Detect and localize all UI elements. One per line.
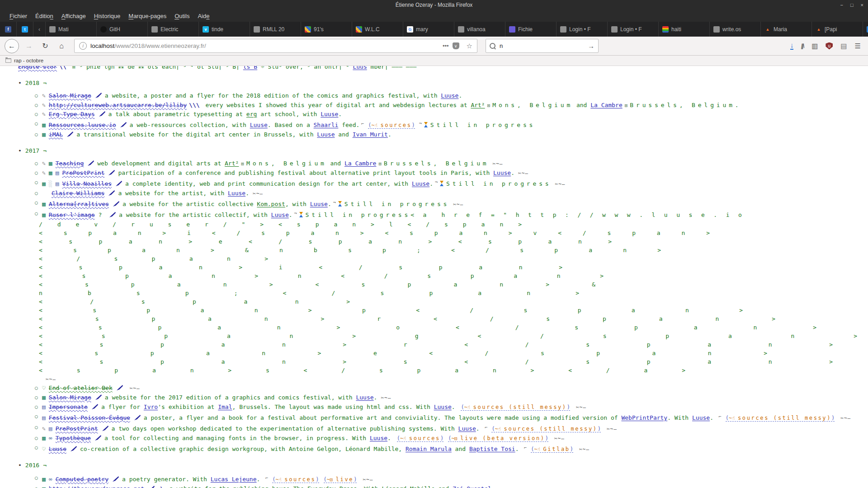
search-bar[interactable]: → — [486, 39, 599, 53]
tab[interactable]: GitH — [97, 22, 148, 37]
project-link[interactable]: Erg Type Days — [49, 111, 95, 117]
project-link[interactable]: Villa Noailles — [62, 180, 112, 187]
tab[interactable]: Login • F — [557, 22, 608, 37]
tab[interactable]: RMLL 20 — [250, 22, 301, 37]
badge[interactable]: (~⊡ live (beta version)) — [448, 435, 548, 442]
link[interactable]: Luuse — [317, 131, 335, 138]
project-link[interactable]: Ressources.luuse.io — [49, 122, 116, 128]
link[interactable]: Luuse — [370, 435, 387, 441]
link[interactable]: Luuse — [310, 201, 328, 207]
link[interactable]: Luuse — [228, 190, 245, 197]
link[interactable]: Zoé Quentel — [453, 485, 491, 488]
tab[interactable]: vtinde — [199, 22, 250, 37]
project-link[interactable]: Typothèque — [56, 435, 91, 441]
bookmark-folder[interactable]: rap - octobre — [14, 58, 43, 63]
menu-item-historique[interactable]: Historique — [94, 13, 121, 19]
tab[interactable]: Mati — [46, 22, 97, 37]
back-button[interactable]: ← — [5, 39, 19, 53]
project-link[interactable]: Teaching — [56, 160, 84, 167]
link[interactable]: Lucas Lejeune — [211, 476, 257, 483]
project-link[interactable]: http://theeverydaypress.net — [49, 485, 144, 488]
link[interactable]: ts B — [243, 66, 257, 70]
tab[interactable]: Gmary — [403, 22, 454, 37]
link[interactable]: Art² — [471, 102, 485, 108]
link[interactable]: La Cambre — [590, 102, 622, 108]
tab[interactable]: villanoa — [454, 22, 505, 37]
project-link[interactable]: PrePostPrint — [62, 169, 104, 176]
sidebar-icon[interactable]: ▥ — [811, 42, 818, 50]
badge[interactable]: (~☝ sources (still messy)) — [461, 404, 570, 411]
library-icon[interactable]: |||\ — [801, 42, 804, 49]
link[interactable]: Luuse — [412, 180, 429, 187]
tab[interactable]: ▲Maria — [761, 22, 812, 37]
badge[interactable]: (~☝ sources) — [272, 476, 319, 483]
project-link[interactable]: End of atelier Bek — [49, 385, 113, 391]
hamburger-menu-icon[interactable]: ☰ — [855, 42, 861, 50]
project-link[interactable]: Ruser l'image — [49, 211, 95, 218]
page-actions-icon[interactable]: ••• — [443, 42, 449, 49]
pinned-tab[interactable]: f — [0, 22, 17, 37]
bookmark-star-icon[interactable]: ☆ — [467, 42, 472, 50]
menu-item-dition[interactable]: Édition — [35, 13, 53, 19]
project-link[interactable]: Enqute stor — [18, 66, 57, 70]
link[interactable]: Luuse — [493, 169, 511, 176]
link[interactable]: Luuse — [321, 111, 338, 117]
close-button[interactable]: × — [861, 2, 863, 8]
link[interactable]: Kom.post — [257, 201, 285, 207]
tab[interactable]: nnbiev — [863, 22, 868, 37]
link[interactable]: Ivan Murit — [353, 131, 388, 138]
tab[interactable]: Fichie — [505, 22, 557, 37]
reload-button[interactable]: ↻ — [39, 40, 52, 52]
link[interactable]: Luuse — [250, 122, 268, 128]
link[interactable]: Luuse — [271, 211, 289, 218]
menu-item-outils[interactable]: Outils — [175, 13, 189, 19]
project-link[interactable]: Festival Poisson-Évêque — [49, 414, 130, 421]
site-info-icon[interactable]: i — [79, 42, 87, 50]
forward-button[interactable]: → — [23, 40, 35, 52]
pocket-icon[interactable]: ∨ — [453, 42, 459, 49]
project-link[interactable]: PrePostPrint — [56, 425, 98, 432]
project-link[interactable]: http://cultureweb.artsaucarre.be/liliby — [49, 102, 187, 108]
link[interactable]: Romain Marula — [406, 446, 452, 452]
doc-icon[interactable]: ▤ — [840, 42, 847, 50]
tab[interactable]: W.L.C — [352, 22, 403, 37]
tab[interactable]: 91's — [301, 22, 352, 37]
search-go-icon[interactable]: → — [588, 42, 594, 50]
badge[interactable]: (~⊡ live) — [324, 476, 357, 483]
badge[interactable]: (~☝ sources) — [397, 435, 443, 442]
project-link[interactable]: Computed poetry — [56, 476, 108, 483]
maximize-button[interactable]: □ — [850, 2, 854, 8]
pinned-tab[interactable]: t — [17, 22, 33, 37]
ublock-icon[interactable]: u — [826, 42, 833, 50]
link[interactable]: WebPrintParty — [621, 414, 667, 421]
project-link[interactable]: Alterna[rra]tives — [49, 201, 109, 207]
project-link[interactable]: iMAL — [49, 131, 63, 138]
link[interactable]: Luuse — [441, 92, 458, 99]
downloads-icon[interactable]: ↓ — [790, 42, 794, 50]
link[interactable]: Luuse — [356, 394, 373, 401]
badge[interactable]: (~☝ sources (still messy)) — [491, 426, 601, 432]
link[interactable]: Art² — [225, 160, 239, 167]
link[interactable]: Luuse — [458, 425, 476, 432]
minimize-button[interactable]: − — [840, 2, 843, 8]
link[interactable]: Imal — [218, 404, 232, 410]
link[interactable]: erg — [246, 111, 257, 117]
project-link[interactable]: Claire Williams — [52, 190, 104, 197]
link[interactable]: La Cambre — [344, 160, 376, 167]
tab[interactable]: Electric — [148, 22, 199, 37]
project-link[interactable]: Salon Mirage — [49, 394, 91, 401]
search-input[interactable] — [499, 42, 585, 50]
home-button[interactable]: ⌂ — [55, 40, 68, 52]
menu-item-affichage[interactable]: Affichage — [61, 13, 86, 19]
tab[interactable]: ▲[Papi — [812, 22, 863, 37]
link[interactable]: Shaarli — [314, 122, 339, 128]
project-link[interactable]: Salon Mirage — [49, 92, 91, 99]
link[interactable]: Ivro — [144, 404, 158, 410]
menu-item-aide[interactable]: Aide — [198, 13, 209, 19]
url-bar[interactable]: i localhost/www/2018/www.etienneozeray.f… — [74, 39, 477, 53]
badge[interactable]: (~☝ Gitlab) — [531, 446, 573, 453]
tab[interactable]: Login • F — [608, 22, 659, 37]
tab[interactable]: haiti — [659, 22, 710, 37]
link[interactable]: Luus — [353, 66, 367, 70]
link[interactable]: Luuse — [434, 404, 452, 410]
